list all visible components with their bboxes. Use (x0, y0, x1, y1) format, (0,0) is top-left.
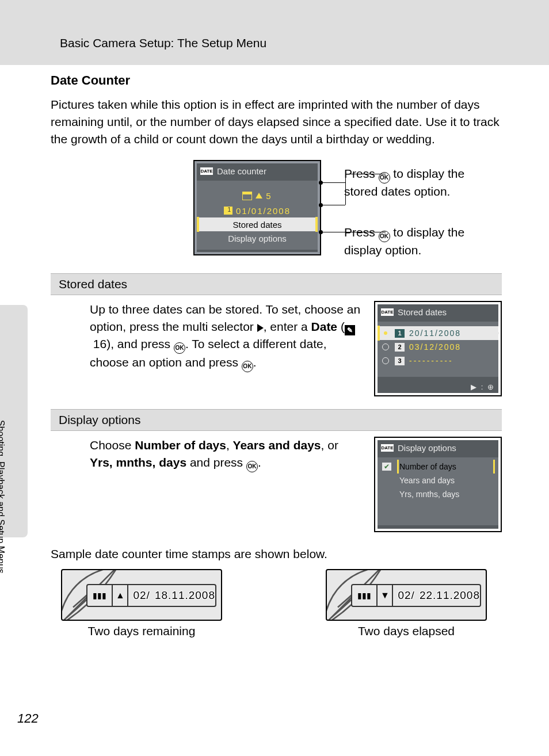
intro-paragraph: Pictures taken while this option is in e… (51, 96, 502, 147)
connector-line (321, 182, 345, 183)
callout-display-option: Press OK to display the display option. (344, 224, 494, 258)
counter-value: 5 (266, 191, 272, 201)
down-triangle-icon: ▼ (378, 585, 393, 606)
page-number: 122 (17, 711, 39, 726)
stored-date-row: 203/12/2008 (378, 340, 498, 354)
lcd-main: DATE Date counter 5 01/01/2008 (193, 160, 321, 255)
row-display-options: Display options (197, 231, 318, 245)
stamp-prefix-icon: ▮▮▮ (87, 585, 113, 606)
side-tab-label: Shooting, Playback and Setup Menus (0, 420, 6, 574)
stored-date-row: 3---------- (378, 354, 498, 368)
display-options-text: Choose Number of days, Years and days, o… (90, 437, 361, 532)
connector-dot (319, 203, 323, 207)
stored-dates-text: Up to three dates can be stored. To set,… (90, 301, 361, 396)
display-option-row: Yrs, mnths, days (378, 487, 498, 501)
ok-icon: OK (379, 172, 390, 184)
display-option-row: Years and days (378, 474, 498, 487)
ok-icon: OK (379, 231, 390, 242)
reference-icon: ✎ (345, 325, 355, 335)
sample-elapsed: ▮▮▮ ▼ 02/ 22.11.2008 Two days elapsed (326, 569, 487, 638)
stamp-date: 22.11.2008 (420, 589, 480, 602)
stamp-count: 02/ (393, 589, 419, 602)
subheading-stored-dates: Stored dates (51, 273, 502, 295)
nav-hint: ▶ : ⊕ (471, 383, 495, 391)
stamp-prefix-icon: ▮▮▮ (352, 585, 378, 606)
stamp-date: 18.11.2008 (155, 589, 215, 602)
up-triangle-icon: ▲ (113, 585, 128, 606)
sample-remaining: ▮▮▮ ▲ 02/ 18.11.2008 Two days remaining (61, 569, 222, 638)
lcd-stored-dates: DATEStored dates 120/11/2008 203/12/2008… (374, 301, 502, 396)
samples-caption: Sample date counter time stamps are show… (51, 547, 502, 561)
section-title: Date Counter (51, 73, 502, 88)
display-option-row: ✔Number of days (378, 460, 498, 474)
date-counter-diagram: DATE Date counter 5 01/01/2008 (51, 160, 502, 261)
stored-date-row: 120/11/2008 (378, 326, 498, 340)
date-icon: DATE (381, 444, 394, 452)
radio-off-icon (382, 343, 389, 350)
calendar-icon (242, 192, 252, 200)
lcd-display-options: DATEDisplay options ✔Number of days Year… (374, 437, 502, 532)
sample-label: Two days elapsed (326, 624, 487, 638)
chevron-right-icon (494, 327, 500, 339)
check-icon: ✔ (382, 463, 391, 471)
breadcrumb: Basic Camera Setup: The Setup Menu (60, 36, 266, 50)
ok-icon: OK (174, 342, 185, 354)
ok-icon: OK (242, 361, 253, 372)
up-arrow-icon (256, 193, 262, 198)
lcd-title: Date counter (217, 166, 266, 176)
radio-on-icon (382, 330, 389, 337)
subheading-display-options: Display options (51, 409, 502, 431)
connector-line (321, 205, 345, 205)
sample-label: Two days remaining (61, 624, 222, 638)
stamp-count: 02/ (128, 589, 154, 602)
date-icon: DATE (200, 167, 213, 175)
side-tab: Shooting, Playback and Setup Menus (0, 305, 28, 537)
date-icon: DATE (381, 308, 394, 316)
callout-stored-dates: Press OK to display the stored dates opt… (344, 166, 494, 199)
row-stored-dates: Stored dates (197, 217, 318, 231)
radio-off-icon (382, 357, 389, 364)
ok-icon: OK (246, 461, 258, 472)
counter-date: 01/01/2008 (236, 206, 291, 216)
right-arrow-icon (257, 324, 264, 332)
slot-1-icon (224, 207, 232, 215)
header-band: Basic Camera Setup: The Setup Menu (0, 0, 549, 65)
